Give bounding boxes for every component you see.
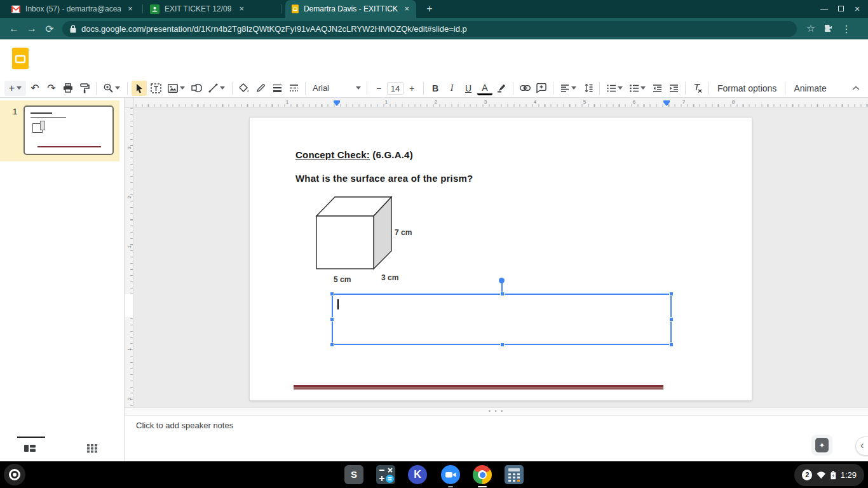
align-button[interactable] xyxy=(557,81,579,96)
explore-button[interactable]: ✦ xyxy=(811,435,832,456)
tab-close-icon[interactable]: × xyxy=(236,4,247,14)
fill-color-button[interactable] xyxy=(236,81,252,96)
app-s[interactable]: S xyxy=(344,465,363,484)
resize-handle-nw[interactable] xyxy=(330,292,334,296)
url-text: docs.google.com/presentation/d/1Krn4b2Tg… xyxy=(81,24,467,34)
format-options-button[interactable]: Format options xyxy=(712,83,782,93)
vertical-ruler[interactable] xyxy=(125,108,134,407)
extensions-puzzle-icon[interactable] xyxy=(820,24,837,33)
tab-close-icon[interactable]: × xyxy=(126,4,135,14)
collapse-toolbar-button[interactable] xyxy=(848,81,864,96)
italic-button[interactable]: I xyxy=(444,81,459,96)
filmstrip-view-button[interactable] xyxy=(24,444,36,453)
increase-indent-button[interactable] xyxy=(666,81,681,96)
back-icon[interactable]: ← xyxy=(5,23,23,34)
browser-menu-kebab-icon[interactable]: ⋮ xyxy=(837,23,855,35)
app-calculator[interactable] xyxy=(505,465,524,484)
bold-button[interactable]: B xyxy=(428,81,443,96)
grid-view-button[interactable] xyxy=(87,444,97,453)
zoom-button[interactable] xyxy=(100,81,123,96)
insert-image-button[interactable] xyxy=(165,81,187,96)
animate-button[interactable]: Animate xyxy=(789,83,831,93)
resize-handle-sw[interactable] xyxy=(330,342,334,347)
ruler-indent-marker[interactable] xyxy=(663,100,670,106)
new-tab-button[interactable]: + xyxy=(419,0,438,18)
maroon-divider-line[interactable] xyxy=(294,385,663,390)
selected-text-box[interactable] xyxy=(332,294,672,345)
resize-handle-e[interactable] xyxy=(669,317,674,322)
system-tray[interactable]: 2 1:29 xyxy=(794,464,864,486)
slide-heading[interactable]: Concept Check: (6.G.A.4) xyxy=(295,149,413,160)
slide-filmstrip-panel: 1 xyxy=(0,98,125,437)
cursor-arrow-icon xyxy=(135,83,144,93)
new-slide-button[interactable]: + xyxy=(4,81,26,96)
tab-gmail[interactable]: Inbox (57) - demartra@aceacad × xyxy=(5,0,140,18)
tab-divider xyxy=(142,4,143,13)
url-field[interactable]: docs.google.com/presentation/d/1Krn4b2Tg… xyxy=(62,21,797,37)
font-family-select[interactable]: Arial xyxy=(309,81,363,95)
border-dash-button[interactable] xyxy=(286,81,301,96)
text-color-button[interactable]: A xyxy=(477,83,492,95)
close-window-icon[interactable]: × xyxy=(849,0,865,18)
font-size-field[interactable]: 14 xyxy=(387,82,403,95)
resize-handle-se[interactable] xyxy=(669,342,674,347)
resize-handle-w[interactable] xyxy=(330,317,334,322)
forward-icon[interactable]: → xyxy=(23,23,41,34)
undo-button[interactable]: ↶ xyxy=(27,81,43,96)
insert-shape-button[interactable] xyxy=(189,81,204,96)
resize-handle-n[interactable] xyxy=(500,292,505,296)
font-size-decrease-button[interactable]: − xyxy=(371,81,386,96)
resize-handle-ne[interactable] xyxy=(669,292,674,296)
bookmark-star-icon[interactable]: ☆ xyxy=(802,23,820,34)
select-tool-button[interactable] xyxy=(132,81,147,96)
app-math-operations[interactable] xyxy=(376,465,395,484)
font-size-increase-button[interactable]: + xyxy=(404,81,419,96)
notes-splitter[interactable]: • • • xyxy=(125,407,868,416)
rotation-handle[interactable] xyxy=(499,278,505,283)
app-chrome[interactable] xyxy=(473,465,492,484)
ruler-cursor-highlight xyxy=(125,294,133,317)
speaker-notes-area[interactable]: Click to add speaker notes xyxy=(125,416,868,461)
ruler-indent-marker[interactable] xyxy=(333,100,341,106)
border-weight-button[interactable] xyxy=(269,81,285,96)
line-spacing-button[interactable] xyxy=(580,81,595,96)
paint-format-button[interactable] xyxy=(77,81,92,96)
tab-title: EXIT TICKET 12/09 xyxy=(165,4,231,13)
slide-thumbnail[interactable] xyxy=(24,105,114,155)
h-ruler-number: 6 xyxy=(630,99,638,105)
numbered-list-button[interactable] xyxy=(604,81,625,96)
border-color-button[interactable] xyxy=(253,81,268,96)
bulleted-list-button[interactable] xyxy=(627,81,648,96)
maximize-window-icon[interactable] xyxy=(832,0,849,18)
minimize-window-icon[interactable]: — xyxy=(816,0,832,18)
insert-link-button[interactable] xyxy=(517,81,532,96)
highlighter-icon xyxy=(497,83,506,93)
slide-thumbnail-item[interactable]: 1 xyxy=(0,100,119,161)
edit-toolbar: + ↶ ↷ Arial − xyxy=(0,79,868,98)
text-box-button[interactable] xyxy=(148,81,163,96)
v-ruler-number: 2 xyxy=(126,194,132,201)
slide-page[interactable]: Concept Check: (6.G.A.4) What is the sur… xyxy=(250,118,752,400)
clear-formatting-button[interactable] xyxy=(689,81,705,96)
resize-handle-s[interactable] xyxy=(500,342,505,347)
underline-button[interactable]: U xyxy=(461,81,476,96)
tab-close-icon[interactable]: × xyxy=(403,4,411,14)
add-comment-button[interactable] xyxy=(534,81,549,96)
insert-line-button[interactable] xyxy=(205,81,228,96)
calculator-icon xyxy=(505,465,524,484)
app-zoom[interactable] xyxy=(441,465,460,484)
tab-exit-ticket[interactable]: EXIT TICKET 12/09 × xyxy=(144,0,278,18)
app-kami[interactable]: K xyxy=(408,465,427,484)
print-button[interactable] xyxy=(60,81,76,96)
tab-slides-active[interactable]: Demartra Davis - EXITTICKET12 × xyxy=(285,0,416,18)
slide-question[interactable]: What is the surface area of the prism? xyxy=(295,173,473,184)
launcher-button[interactable] xyxy=(4,464,25,485)
active-view-indicator xyxy=(17,437,45,438)
horizontal-ruler[interactable] xyxy=(134,98,868,108)
highlight-color-button[interactable] xyxy=(494,81,509,96)
prism-figure[interactable]: 7 cm 5 cm 3 cm xyxy=(313,193,416,287)
window-controls: — × xyxy=(816,0,865,18)
decrease-indent-button[interactable] xyxy=(649,81,665,96)
reload-icon[interactable]: ⟳ xyxy=(41,23,58,35)
redo-button[interactable]: ↷ xyxy=(44,81,59,96)
